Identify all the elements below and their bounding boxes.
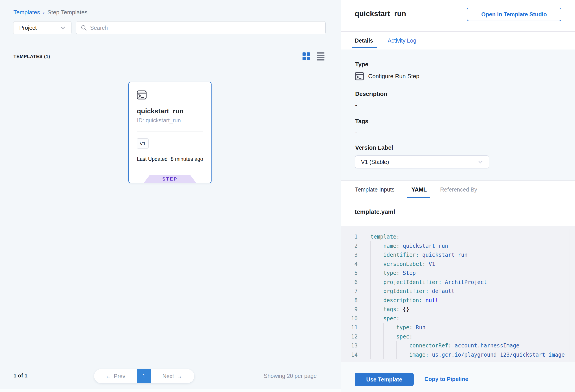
type-value: Configure Run Step xyxy=(368,73,419,80)
last-updated: Last Updated 8 minutes ago xyxy=(137,156,203,162)
panel-title: quickstart_run xyxy=(355,9,406,18)
details-tab-bar: Details Activity Log xyxy=(341,32,575,49)
yaml-gutter: 1234567891011121314 xyxy=(341,232,358,359)
breadcrumb-separator-icon: › xyxy=(43,9,45,16)
yaml-editor[interactable]: 1234567891011121314 template: name: quic… xyxy=(341,226,575,362)
scope-selector-value: Project xyxy=(19,25,37,31)
template-card-id: ID: quickstart_run xyxy=(137,117,181,124)
type-label: Type xyxy=(355,61,368,68)
per-page-text: Showing 20 per page xyxy=(264,373,317,379)
version-dropdown-value: V1 (Stable) xyxy=(361,159,389,165)
yaml-code-lines: template: name: quickstart_run identifie… xyxy=(370,232,565,359)
copy-to-pipeline-link[interactable]: Copy to Pipeline xyxy=(424,376,468,382)
last-updated-label: Last Updated xyxy=(137,156,168,162)
run-step-icon xyxy=(355,72,364,81)
active-tab-underline xyxy=(352,47,377,48)
page-summary: 1 of 1 xyxy=(13,372,27,379)
tags-label: Tags xyxy=(355,118,368,125)
prev-page-button[interactable]: ← Prev xyxy=(94,369,137,383)
list-view-icon[interactable] xyxy=(317,52,325,61)
next-label: Next xyxy=(163,373,174,379)
last-updated-value: 8 minutes ago xyxy=(171,156,203,162)
search-icon xyxy=(81,25,87,31)
tab-referenced-by[interactable]: Referenced By xyxy=(440,186,477,193)
version-label: Version Label xyxy=(355,144,393,151)
tab-template-inputs[interactable]: Template Inputs xyxy=(355,186,395,193)
template-card-title: quickstart_run xyxy=(137,107,184,115)
yaml-file-name: template.yaml xyxy=(355,208,395,215)
pagination: ← Prev 1 Next → xyxy=(94,369,194,383)
tab-yaml[interactable]: YAML xyxy=(411,186,427,193)
templates-count-heading: TEMPLATES (1) xyxy=(13,54,50,59)
yaml-file-header: template.yaml xyxy=(341,198,575,226)
arrow-left-icon: ← xyxy=(106,373,111,379)
page-1-button[interactable]: 1 xyxy=(137,369,151,383)
breadcrumb-current: Step Templates xyxy=(48,9,88,16)
tab-activity-log[interactable]: Activity Log xyxy=(388,37,416,44)
chevron-down-icon xyxy=(478,160,483,164)
grid-view-icon[interactable] xyxy=(303,52,311,61)
templates-page: Templates › Step Templates Project TEMPL… xyxy=(0,0,575,392)
template-card[interactable]: quickstart_run ID: quickstart_run V1 Las… xyxy=(128,82,212,183)
use-template-button[interactable]: Use Template xyxy=(355,373,414,386)
tags-value: - xyxy=(355,129,357,136)
details-section: Type Configure Run Step Description - Ta… xyxy=(341,49,575,181)
active-subtab-underline xyxy=(407,197,430,198)
version-badge: V1 xyxy=(137,138,148,148)
search-input[interactable] xyxy=(90,25,321,31)
panel-footer: Use Template Copy to Pipeline xyxy=(341,362,575,392)
step-type-tag: STEP xyxy=(144,175,196,183)
scope-selector[interactable]: Project xyxy=(13,21,72,34)
template-details-panel: quickstart_run Open in Template Studio D… xyxy=(341,0,575,392)
description-label: Description xyxy=(355,91,387,97)
next-page-button[interactable]: Next → xyxy=(151,369,194,383)
tab-details[interactable]: Details xyxy=(355,37,373,44)
chevron-down-icon xyxy=(61,26,65,29)
breadcrumb-templates-link[interactable]: Templates xyxy=(13,9,40,16)
search-box[interactable] xyxy=(76,21,326,34)
open-in-template-studio-button[interactable]: Open in Template Studio xyxy=(467,8,561,21)
run-step-icon xyxy=(137,90,147,100)
type-value-row: Configure Run Step xyxy=(355,72,419,81)
bottom-strip xyxy=(0,389,341,392)
editor-minimap[interactable] xyxy=(569,229,575,361)
description-value: - xyxy=(355,102,357,109)
version-dropdown[interactable]: V1 (Stable) xyxy=(355,156,489,168)
card-divider xyxy=(137,131,203,132)
prev-label: Prev xyxy=(114,373,125,379)
yaml-tab-bar: Template Inputs YAML Referenced By xyxy=(341,181,575,198)
arrow-right-icon: → xyxy=(177,373,182,379)
panel-header: quickstart_run Open in Template Studio xyxy=(341,0,575,32)
breadcrumb: Templates › Step Templates xyxy=(13,9,88,16)
